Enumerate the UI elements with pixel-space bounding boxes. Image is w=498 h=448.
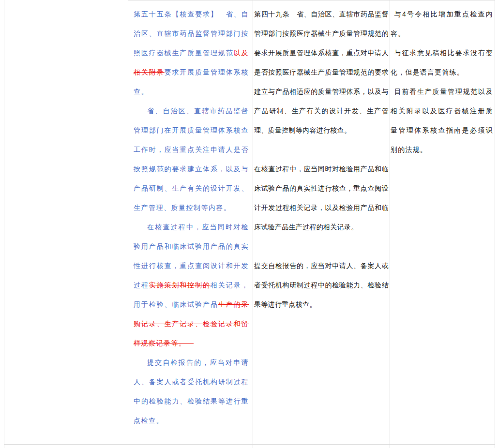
paragraph: 第四十九条 省、自治区、直辖市药品监督管理部门按照医疗器械生产质量管理规范的要求… (254, 4, 389, 140)
text-run: 第四十九条 省、自治区、直辖市药品监督管理部门按照医疗器械生产质量管理规范的要求… (254, 10, 389, 134)
paragraph: 第五十五条【核查要求】 省、自治区、直辖市药品监督管理部门按照医疗器械生产质量管… (134, 4, 249, 101)
paragraph: 提交自检报告的，应当对申请人、备案人或者受托机构研制过程中的检验能力、检验结果等… (134, 353, 249, 430)
text-run: 第五十五条【核查要求】 省、自治区、直辖市药品监督管理部门按照医疗器械生产质量管… (134, 10, 249, 57)
paragraph: 在核查过程中，应当同时对检验用产品和临床试验用产品的真实性进行核查，重点查阅设计… (134, 217, 249, 353)
paragraph: 省、自治区、直辖市药品监督管理部门在开展质量管理体系核查工作时，应当重点关注申请… (134, 101, 249, 217)
text-run: 在核查过程中，应当同时对检验用产品和临床试验用产品的真实性进行核查，重点查阅设计… (134, 223, 249, 289)
text-run: 目前看生产质量管理规范以及相关附录以及医疗器械注册质量管理体系核查指南是必须识别… (391, 88, 493, 153)
next-row-cell-final (253, 445, 390, 448)
paragraph: 与4号令相比增加重点检查内容。 (391, 4, 493, 43)
text-run: 提交自检报告的，应当对申请人、备案人或者受托机构研制过程中的检验能力、检验结果等… (134, 358, 249, 424)
next-row-cell-empty (4, 445, 128, 448)
text-run: 省、自治区、直辖市药品监督管理部门在开展质量管理体系核查工作时，应当重点关注申请… (134, 107, 249, 211)
cell-final-regulation-text: 第四十九条 省、自治区、直辖市药品监督管理部门按照医疗器械生产质量管理规范的要求… (253, 0, 390, 445)
cell-draft-tracked-changes: 第五十五条【核查要求】 省、自治区、直辖市药品监督管理部门按照医疗器械生产质量管… (128, 0, 253, 445)
paragraph: 在核查过程中，应当同时对检验用产品和临床试验产品的真实性进行核查，重点查阅设计开… (254, 159, 389, 237)
paragraph: 目前看生产质量管理规范以及相关附录以及医疗器械注册质量管理体系核查指南是必须识别… (391, 82, 493, 159)
text-run: 提交自检报告的，应当对申请人、备案人或者受托机构研制过程中的检验能力、检验结果等… (254, 262, 389, 308)
deleted-text-run: 实施策划和控制的 (149, 281, 211, 289)
text-run: 在核查过程中，应当同时对检验用产品和临床试验产品的真实性进行核查，重点查阅设计开… (254, 165, 389, 231)
paragraph: 与征求意见稿相比要求没有变化，但是语言更简练。 (391, 43, 493, 82)
cell-empty-left (4, 0, 128, 445)
paragraph: 提交自检报告的，应当对申请人、备案人或者受托机构研制过程中的检验能力、检验结果等… (254, 256, 389, 314)
cell-analysis-remarks: 与4号令相比增加重点检查内容。与征求意见稿相比要求没有变化，但是语言更简练。目前… (390, 0, 495, 445)
next-row-cell-remarks (390, 445, 495, 448)
comparison-table: 第五十五条【核查要求】 省、自治区、直辖市药品监督管理部门按照医疗器械生产质量管… (4, 0, 495, 448)
text-run: 与4号令相比增加重点检查内容。 (391, 10, 493, 37)
text-run: 与征求意见稿相比要求没有变化，但是语言更简练。 (391, 49, 493, 76)
next-row-cell-draft (128, 445, 253, 448)
